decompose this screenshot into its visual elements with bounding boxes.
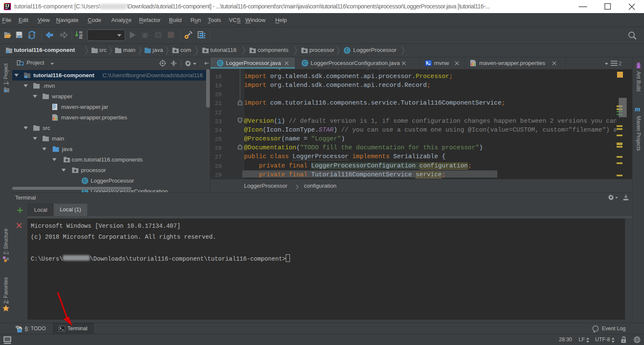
svg-text:C: C [346, 48, 349, 53]
svg-text:2: 2 [619, 61, 622, 67]
svg-text:C: C [83, 178, 87, 183]
svg-text:C: C [303, 60, 307, 65]
svg-text:01: 01 [79, 37, 83, 40]
svg-text:C: C [219, 60, 222, 65]
